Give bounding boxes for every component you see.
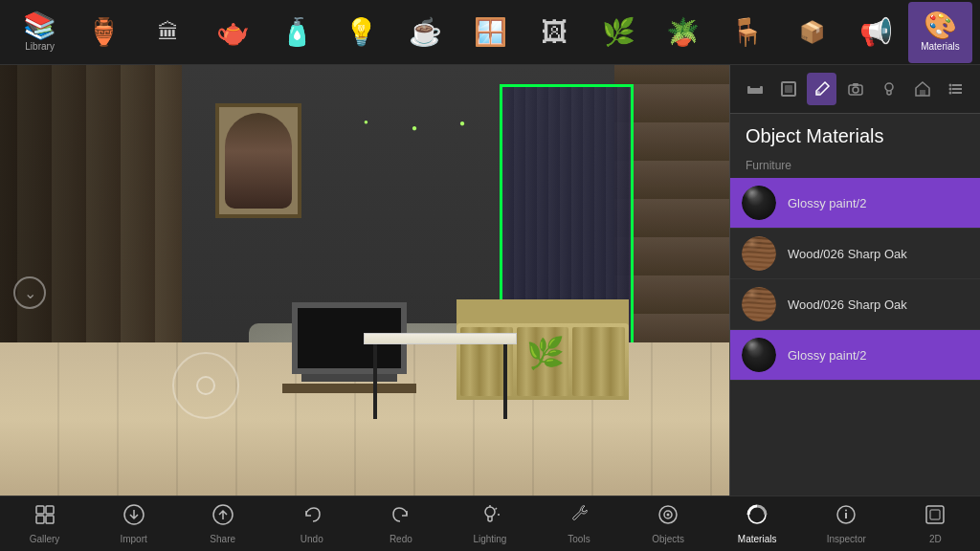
svg-point-9 [885,83,893,91]
fireplace-icon: 🏛 [158,22,179,43]
panel-title: Object Materials [730,114,980,155]
material-item-3[interactable]: Wood/026 Sharp Oak [730,279,980,330]
svg-line-25 [495,508,497,510]
bottom-tool-gallery[interactable]: Gallery [16,503,74,544]
coffee-table [364,333,517,419]
svg-point-23 [485,507,495,517]
tools-icon [568,503,590,532]
list-icon [947,80,965,98]
undo-label: Undo [301,534,323,544]
bottom-toolbar: Gallery Import Share Undo Redo Lighting [0,496,980,551]
material-name-1: Glossy paint/2 [788,196,866,210]
bottom-tool-undo[interactable]: Undo [283,503,341,544]
plant2-icon: 🪴 [666,19,700,46]
painting-icon: 🖼 [541,19,568,46]
top-tool-curtain[interactable]: 🪟 [457,2,522,63]
viewport[interactable]: ● ● ● [0,65,729,496]
panel-content: Object Materials Furniture Glossy paint/… [730,114,980,496]
tab-floor[interactable] [773,73,803,105]
light-icon [880,80,898,98]
svg-rect-8 [853,83,858,86]
section-label: Furniture [730,155,980,178]
bottom-tool-2d[interactable]: 2D [906,503,964,544]
svg-rect-17 [36,506,44,514]
bottle-icon: 🧴 [280,19,314,46]
materials-bottom-label: Materials [738,534,777,544]
tab-list[interactable] [941,73,970,105]
sofa-cushion-3 [572,327,625,396]
svg-point-5 [816,91,820,95]
top-tool-painting[interactable]: 🖼 [523,2,587,63]
mug-icon: ☕ [409,19,442,46]
gallery-icon [33,503,56,532]
objects-icon [657,503,679,532]
gallery-label: Gallery [30,534,60,544]
top-tool-materials[interactable]: 🎨 Materials [908,2,972,63]
material-name-2: Wood/026 Sharp Oak [788,247,907,261]
tab-camera[interactable] [840,73,870,105]
objects-label: Objects [652,534,684,544]
bottom-tool-lighting[interactable]: Lighting [461,503,519,544]
painting-face [225,113,292,209]
share-label: Share [210,534,235,544]
top-toolbar: 📚 Library 🏺 🏛 🫖 🧴 💡 ☕ 🪟 🖼 🌿 🪴 🪑 📦 📢 🎨 [0,0,980,65]
curtain-icon: 🪟 [474,19,507,46]
painting [215,103,301,218]
top-tool-teapot[interactable]: 🫖 [201,2,265,63]
bottom-tool-redo[interactable]: Redo [372,503,430,544]
svg-rect-18 [46,506,54,514]
table-top [364,333,517,344]
vase-icon: 🏺 [87,19,121,46]
top-tool-table[interactable]: 🪑 [715,2,779,63]
bottom-tool-tools[interactable]: Tools [550,503,608,544]
redo-label: Redo [390,534,412,544]
material-item-1[interactable]: Glossy paint/2 [730,178,980,229]
tab-sofa[interactable] [740,73,769,105]
import-label: Import [120,534,146,544]
top-tool-box[interactable]: 📦 [779,2,843,63]
bottom-tool-share[interactable]: Share [194,503,252,544]
top-tool-lamp[interactable]: 💡 [329,2,393,63]
svg-point-33 [845,510,847,512]
material-item-4[interactable]: Glossy paint/2 [730,330,980,381]
top-tool-plant2[interactable]: 🪴 [651,2,715,63]
nav-left-button[interactable]: ⌄ [13,276,46,309]
bottom-tool-materials[interactable]: Materials [728,503,786,544]
share-icon [212,503,234,532]
top-tool-vase[interactable]: 🏺 [72,2,136,63]
nav-circle-inner [196,376,215,395]
top-tool-mug[interactable]: ☕ [393,2,457,63]
svg-rect-10 [920,90,925,96]
tab-home[interactable] [907,73,937,105]
svg-point-7 [853,87,858,93]
tab-brush[interactable] [807,73,836,105]
plant-icon: 🌿 [602,19,635,46]
top-tool-library-label: Library [25,41,55,52]
table-leg-2 [503,344,507,419]
svg-rect-4 [785,85,792,93]
top-tool-speaker[interactable]: 📢 [844,2,908,63]
teapot-icon: 🫖 [216,19,250,46]
library-icon: 📚 [23,12,56,39]
svg-rect-2 [760,86,763,94]
material-thumb-4 [742,338,776,372]
top-tool-bottle[interactable]: 🧴 [265,2,329,63]
svg-rect-19 [36,516,44,523]
top-tool-library[interactable]: 📚 Library [8,2,72,63]
lamp-icon: 💡 [345,19,378,46]
top-tool-fireplace[interactable]: 🏛 [136,2,200,63]
lighting-label: Lighting [473,534,506,544]
ceiling-light-1: ● [364,118,368,126]
bottom-tool-import[interactable]: Import [105,503,163,544]
svg-point-16 [948,92,951,95]
svg-rect-20 [46,516,54,523]
brush-icon [813,80,831,98]
tab-light[interactable] [874,73,903,105]
bottom-tool-objects[interactable]: Objects [639,503,697,544]
top-tool-plant[interactable]: 🌿 [587,2,651,63]
table-icon: 🪑 [730,19,764,46]
material-item-2[interactable]: Wood/026 Sharp Oak [730,229,980,279]
bottom-tool-inspector[interactable]: Inspector [817,503,875,544]
nav-circle[interactable] [172,352,239,419]
ceiling-light-3: ● [459,118,465,128]
